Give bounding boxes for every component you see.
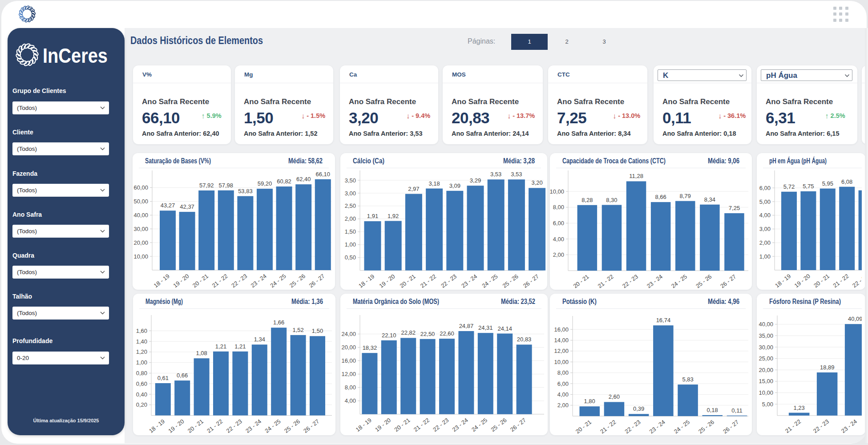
svg-text:35,00: 35,00 — [759, 332, 773, 339]
svg-text:5,72: 5,72 — [783, 183, 795, 190]
svg-text:22 - 23: 22 - 23 — [440, 273, 458, 289]
svg-text:1,91: 1,91 — [367, 213, 378, 219]
svg-text:22 - 23: 22 - 23 — [851, 273, 862, 289]
svg-text:0,40: 0,40 — [136, 391, 147, 398]
svg-text:20,00: 20,00 — [759, 367, 773, 373]
svg-text:3,29: 3,29 — [470, 177, 481, 184]
svg-text:1,34: 1,34 — [254, 336, 265, 343]
svg-text:1,00: 1,00 — [345, 241, 356, 248]
svg-text:22,60: 22,60 — [440, 330, 454, 337]
svg-text:1,60: 1,60 — [136, 328, 147, 334]
svg-text:23 - 24: 23 - 24 — [460, 273, 478, 289]
svg-text:5,83: 5,83 — [682, 376, 693, 383]
svg-text:8,66: 8,66 — [655, 194, 666, 200]
svg-text:2,50: 2,50 — [345, 202, 356, 209]
svg-text:12,00: 12,00 — [554, 348, 569, 354]
svg-text:60,82: 60,82 — [277, 178, 291, 185]
svg-text:10,00: 10,00 — [759, 389, 773, 396]
svg-text:60,00: 60,00 — [133, 184, 148, 191]
svg-text:6,00: 6,00 — [557, 380, 569, 387]
svg-text:19 - 20: 19 - 20 — [167, 418, 185, 434]
svg-text:Média: 58,62: Média: 58,62 — [288, 157, 323, 165]
svg-text:24,14: 24,14 — [497, 325, 512, 332]
svg-text:1,21: 1,21 — [234, 343, 246, 350]
svg-text:0,80: 0,80 — [136, 370, 147, 376]
svg-text:1,00: 1,00 — [136, 359, 147, 366]
svg-text:1,20: 1,20 — [136, 348, 147, 355]
svg-text:1,50: 1,50 — [345, 228, 356, 235]
svg-text:18 - 19: 18 - 19 — [153, 273, 171, 289]
svg-text:Potássio (K): Potássio (K) — [562, 298, 597, 305]
svg-text:23 - 24: 23 - 24 — [451, 417, 469, 433]
svg-text:Capacidade de Troca de Cations: Capacidade de Troca de Cations (CTC) — [562, 157, 666, 165]
svg-text:2,60: 2,60 — [609, 393, 620, 400]
svg-text:7,25: 7,25 — [729, 205, 740, 211]
svg-text:66,10: 66,10 — [316, 171, 331, 178]
svg-text:8,30: 8,30 — [606, 197, 617, 203]
svg-text:25 - 26: 25 - 26 — [489, 417, 508, 433]
svg-text:Média: 3,28: Média: 3,28 — [503, 157, 535, 165]
svg-text:21 - 22: 21 - 22 — [832, 273, 850, 289]
svg-text:20 - 21: 20 - 21 — [393, 417, 411, 433]
svg-text:20 - 21: 20 - 21 — [399, 273, 417, 289]
svg-text:24 - 25: 24 - 25 — [263, 418, 282, 434]
svg-text:26 - 27: 26 - 27 — [308, 273, 326, 289]
svg-text:40,09: 40,09 — [848, 316, 862, 322]
svg-text:Média: 4,96: Média: 4,96 — [708, 298, 739, 305]
svg-text:26 - 27: 26 - 27 — [719, 273, 737, 290]
svg-text:2,97: 2,97 — [408, 186, 419, 192]
svg-text:InCeres: InCeres — [43, 44, 108, 67]
svg-text:1,50: 1,50 — [312, 328, 323, 334]
svg-text:1,80: 1,80 — [584, 398, 595, 405]
svg-text:8,28: 8,28 — [581, 197, 593, 203]
svg-text:25,00: 25,00 — [759, 355, 773, 362]
svg-text:8,00: 8,00 — [553, 204, 564, 210]
svg-text:23 - 24: 23 - 24 — [840, 418, 858, 434]
svg-text:21 - 22: 21 - 22 — [412, 417, 431, 433]
svg-text:Matéria Orgânica do Solo (MOS): Matéria Orgânica do Solo (MOS) — [353, 298, 439, 305]
svg-text:0,18: 0,18 — [707, 407, 718, 413]
svg-text:12,00: 12,00 — [341, 371, 356, 377]
svg-text:8,00: 8,00 — [345, 384, 356, 391]
svg-text:6,08: 6,08 — [841, 178, 852, 185]
svg-text:6,00: 6,00 — [553, 220, 564, 227]
svg-text:1,66: 1,66 — [273, 319, 284, 326]
svg-text:25 - 26: 25 - 26 — [283, 418, 301, 434]
svg-text:42,37: 42,37 — [180, 203, 194, 210]
svg-text:59,20: 59,20 — [258, 180, 272, 187]
svg-text:18,32: 18,32 — [363, 344, 377, 351]
svg-text:10,00: 10,00 — [133, 253, 148, 260]
svg-text:21 - 22: 21 - 22 — [599, 419, 617, 435]
svg-text:62,40: 62,40 — [296, 176, 311, 182]
svg-text:25 - 26: 25 - 26 — [694, 273, 713, 290]
svg-text:5,00: 5,00 — [762, 401, 773, 408]
svg-text:4,00: 4,00 — [345, 397, 356, 404]
svg-text:2,00: 2,00 — [759, 239, 771, 246]
svg-text:26 - 27: 26 - 27 — [509, 417, 527, 433]
svg-text:10,00: 10,00 — [554, 359, 569, 365]
svg-text:24 - 25: 24 - 25 — [269, 273, 287, 289]
svg-text:26 - 27: 26 - 27 — [522, 273, 540, 289]
svg-text:8,00: 8,00 — [557, 369, 569, 376]
svg-text:16,00: 16,00 — [554, 326, 569, 333]
svg-text:5,00: 5,00 — [759, 198, 771, 205]
svg-text:3,53: 3,53 — [511, 171, 522, 178]
svg-text:0,11: 0,11 — [731, 407, 742, 414]
svg-text:0,66: 0,66 — [177, 372, 188, 379]
svg-text:1,08: 1,08 — [196, 350, 207, 356]
svg-text:19 - 20: 19 - 20 — [172, 273, 190, 289]
svg-text:19 - 20: 19 - 20 — [378, 273, 396, 289]
svg-text:16,74: 16,74 — [656, 317, 671, 324]
svg-text:5,95: 5,95 — [822, 180, 833, 187]
svg-text:24 - 25: 24 - 25 — [480, 273, 499, 289]
svg-text:21 - 22: 21 - 22 — [211, 273, 229, 289]
svg-text:18 - 19: 18 - 19 — [774, 273, 792, 289]
svg-text:22,82: 22,82 — [401, 329, 416, 336]
svg-text:23 - 24: 23 - 24 — [648, 419, 666, 435]
svg-text:23 - 24: 23 - 24 — [244, 418, 262, 434]
svg-text:4,00: 4,00 — [553, 236, 564, 243]
svg-text:24,31: 24,31 — [478, 324, 493, 331]
svg-text:3,53: 3,53 — [490, 171, 501, 178]
svg-text:3,00: 3,00 — [345, 190, 356, 197]
svg-text:20 - 21: 20 - 21 — [572, 273, 590, 290]
